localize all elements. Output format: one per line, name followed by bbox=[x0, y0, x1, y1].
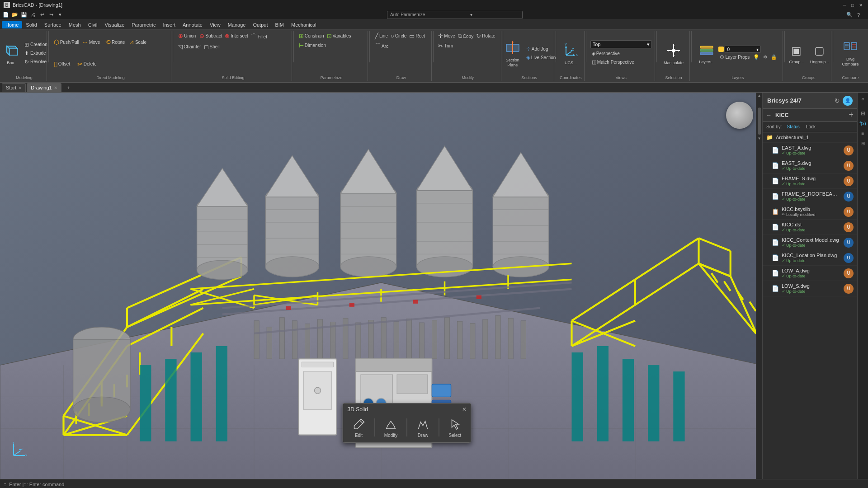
close-button[interactable]: ✕ bbox=[857, 1, 864, 9]
minimize-button[interactable]: ─ bbox=[841, 1, 848, 9]
scroll-down[interactable]: ▼ bbox=[757, 136, 762, 141]
draw-arc[interactable]: ⌒Arc bbox=[374, 41, 389, 51]
solid-toolbar-close[interactable]: ✕ bbox=[462, 406, 467, 413]
panel-refresh-icon[interactable]: ↻ bbox=[835, 97, 840, 104]
creation-button[interactable]: ⊞ Creation bbox=[23, 41, 49, 49]
qat-print[interactable]: 🖨 bbox=[29, 11, 37, 19]
panel-item-frame-s[interactable]: 📄 FRAME_S.dwg ✓ Up-to-date U bbox=[763, 174, 857, 189]
solid-draw-button[interactable]: Draw bbox=[412, 415, 434, 440]
section-add-jog[interactable]: ⊹Add Jog bbox=[525, 45, 557, 53]
scroll-thumb[interactable] bbox=[758, 108, 761, 135]
ri-tree[interactable]: ⊞ bbox=[859, 139, 868, 148]
manipulate-button[interactable]: Manipulate bbox=[662, 40, 685, 66]
revolve-button[interactable]: ↻ Revolve bbox=[23, 58, 49, 66]
solid-select-button[interactable]: Select bbox=[444, 415, 467, 440]
menu-home[interactable]: Home bbox=[2, 21, 22, 28]
view-combo[interactable]: Top ▾ bbox=[590, 40, 652, 48]
panel-item-low-s[interactable]: 📄 LOW_S.dwg ✓ Up-to-date U bbox=[763, 281, 857, 296]
dm-btn3[interactable]: ⟲Rotate bbox=[104, 38, 127, 47]
tab-drawing1-close[interactable]: ✕ bbox=[54, 85, 57, 90]
menu-view[interactable]: View bbox=[206, 21, 224, 28]
dm-btn2[interactable]: ↔Move bbox=[81, 38, 104, 47]
solid-modify-button[interactable]: Modify bbox=[380, 415, 402, 440]
menu-solid[interactable]: Solid bbox=[22, 21, 40, 28]
dm-btn1[interactable]: ⬡Push/Pull bbox=[53, 38, 80, 47]
mod-trim[interactable]: ✂Trim bbox=[437, 42, 454, 50]
qat-save[interactable]: 💾 bbox=[20, 11, 28, 19]
parametrize-input[interactable]: Auto Parametrize ▾ bbox=[387, 11, 523, 19]
qat-more[interactable]: ▾ bbox=[56, 11, 64, 19]
viewport[interactable]: 3D Solid ✕ Edit bbox=[0, 93, 762, 479]
scroll-up[interactable]: ▲ bbox=[757, 93, 762, 99]
ri-expand[interactable]: « bbox=[859, 94, 868, 103]
qat-open[interactable]: 📂 bbox=[11, 11, 19, 19]
menu-civil[interactable]: Civil bbox=[85, 21, 101, 28]
ri-fx[interactable]: f(x) bbox=[859, 119, 868, 128]
sort-lock-btn[interactable]: Lock bbox=[805, 124, 817, 130]
solid-intersect[interactable]: ⊗Intersect bbox=[224, 32, 249, 40]
mod-copy[interactable]: ⧉Copy bbox=[457, 32, 474, 41]
tab-start[interactable]: Start ✕ bbox=[2, 83, 26, 92]
layer-lock-btn[interactable]: 🔒 bbox=[769, 54, 778, 61]
ungroup-button[interactable]: ▢ Ungroup... bbox=[808, 41, 831, 66]
mod-move[interactable]: ✛Move bbox=[437, 32, 456, 40]
match-perspective-btn[interactable]: ◫ Match Perspective bbox=[590, 58, 636, 66]
layer-props-btn[interactable]: ⚙Layer Props bbox=[718, 54, 751, 61]
menu-visualize[interactable]: Visualize bbox=[101, 21, 128, 28]
tab-drawing1[interactable]: Drawing1 ✕ bbox=[27, 83, 61, 92]
panel-item-frame-s-roof[interactable]: 📄 FRAME_S_ROOFBEAM.dwg ✓ Up-to-date U bbox=[763, 189, 857, 204]
menu-output[interactable]: Output bbox=[249, 21, 271, 28]
panel-item-east-a[interactable]: 📄 EAST_A.dwg ✓ Up-to-date U bbox=[763, 143, 857, 158]
panel-section-architectural[interactable]: 📁 Architectural_1 bbox=[763, 132, 857, 143]
panel-item-kicc-bsyslib[interactable]: 📋 KICC.bsyslib ✏ Locally modified U bbox=[763, 204, 857, 220]
viewport-scroll[interactable]: ▲ ▼ bbox=[756, 93, 762, 479]
menu-bim[interactable]: BIM bbox=[271, 21, 288, 28]
solid-union[interactable]: ⊕Union bbox=[177, 32, 198, 40]
dm-btn4[interactable]: ⊿Scale bbox=[128, 38, 151, 47]
param-btn2[interactable]: ⊡Variables bbox=[326, 32, 352, 40]
menu-surface[interactable]: Surface bbox=[41, 21, 65, 28]
layer-combo[interactable]: 0▾ bbox=[725, 46, 761, 53]
mod-rotate[interactable]: ↻Rotate bbox=[475, 32, 496, 40]
qat-redo[interactable]: ↪ bbox=[47, 11, 55, 19]
dwg-compare-button[interactable]: DwgCompare bbox=[840, 38, 860, 68]
qat-search[interactable]: 🔍 bbox=[845, 11, 854, 19]
box-button[interactable]: Box bbox=[0, 40, 21, 66]
ri-layers-mini[interactable]: ≡ bbox=[859, 129, 868, 138]
solid-chamfer[interactable]: ◹Chamfer bbox=[177, 42, 202, 51]
tab-start-close[interactable]: ✕ bbox=[18, 85, 22, 90]
draw-circle[interactable]: ○Circle bbox=[390, 32, 407, 40]
panel-add-button[interactable]: + bbox=[849, 110, 854, 120]
layers-button[interactable]: Layers... bbox=[697, 41, 717, 66]
panel-account-icon[interactable]: 👤 bbox=[843, 96, 853, 106]
solid-fillet[interactable]: ⌒Fillet bbox=[250, 32, 270, 42]
perspective-btn[interactable]: ◈ Perspective bbox=[590, 50, 621, 57]
param-btn1[interactable]: ⊞Constrain bbox=[298, 32, 325, 40]
draw-line[interactable]: ╱Line bbox=[374, 32, 389, 40]
new-tab-button[interactable]: + bbox=[64, 84, 73, 92]
solid-shell[interactable]: ◻Shell bbox=[203, 42, 223, 51]
draw-rect[interactable]: ▭Rect bbox=[408, 32, 426, 40]
qat-undo[interactable]: ↩ bbox=[38, 11, 46, 19]
qat-new[interactable]: 📄 bbox=[2, 11, 10, 19]
panel-item-kicc-location[interactable]: 📄 KICC_Location Plan.dwg ✓ Up-to-date U bbox=[763, 250, 857, 266]
ri-panels[interactable]: ⊞ bbox=[859, 109, 868, 118]
menu-parametric[interactable]: Parametric bbox=[128, 21, 159, 28]
layer-on-btn[interactable]: 💡 bbox=[752, 54, 761, 61]
panel-back-button[interactable]: ← bbox=[766, 112, 772, 118]
param-btn3[interactable]: ⊢Dimension bbox=[298, 41, 327, 50]
orbit-compass[interactable] bbox=[726, 102, 753, 129]
sort-status-btn[interactable]: Status bbox=[785, 124, 801, 130]
maximize-button[interactable]: □ bbox=[849, 1, 856, 9]
panel-item-kicc-context[interactable]: 📄 KICC_Context Model.dwg ✓ Up-to-date U bbox=[763, 235, 857, 250]
menu-mesh[interactable]: Mesh bbox=[65, 21, 85, 28]
menu-annotate[interactable]: Annotate bbox=[179, 21, 206, 28]
menu-manage[interactable]: Manage bbox=[224, 21, 250, 28]
ucs-button[interactable]: X Y Z UCS... bbox=[560, 40, 581, 66]
group-button[interactable]: ▣ Group... bbox=[787, 41, 807, 66]
layer-color-swatch[interactable] bbox=[718, 47, 724, 52]
menu-mechanical[interactable]: Mechanical bbox=[288, 21, 320, 28]
section-plane-button[interactable]: SectionPlane bbox=[502, 38, 524, 69]
panel-item-kicc-dst[interactable]: 📄 KICC.dst ✓ Up-to-date U bbox=[763, 220, 857, 235]
dm-btn6[interactable]: ✂Delete bbox=[76, 60, 99, 69]
